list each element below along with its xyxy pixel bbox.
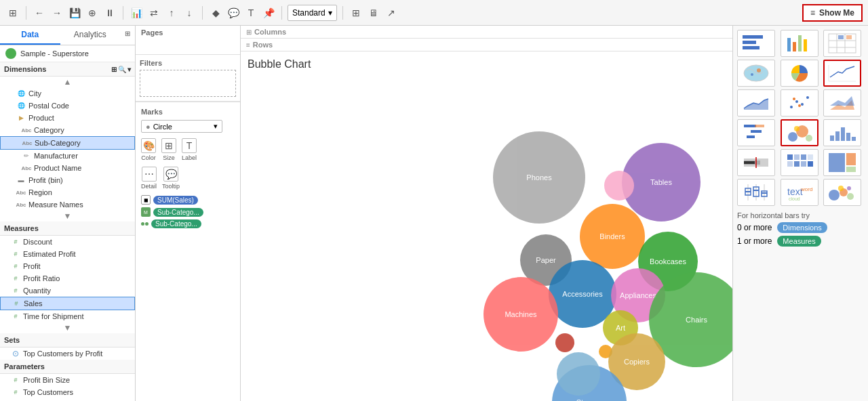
sort-desc-icon[interactable]: ↓ (182, 5, 197, 20)
measure-profit-ratio[interactable]: # Profit Ratio (0, 272, 135, 284)
sets-header[interactable]: Sets (0, 333, 135, 347)
tab-data[interactable]: Data (0, 26, 60, 45)
dim-product-name[interactable]: Abc Product Name (0, 162, 135, 174)
detail-btn[interactable]: ⋯ Detail (141, 167, 157, 190)
tooltip-btn[interactable]: 💬 Tooltip (162, 167, 180, 190)
back-icon[interactable]: ← (32, 5, 47, 20)
show-me-button[interactable]: ≡ Show Me (802, 4, 863, 22)
measures-header[interactable]: Measures (0, 221, 135, 236)
sort-asc-icon[interactable]: ↑ (164, 5, 179, 20)
dim-scroll-down[interactable]: ▼ (0, 211, 135, 221)
bubble-Binders[interactable]: Binders (580, 204, 645, 269)
dimensions-header[interactable]: Dimensions ⊞ 🔍 ▾ (0, 62, 135, 77)
dim-postal-code[interactable]: 🌐 Postal Code (0, 100, 135, 112)
svg-rect-44 (801, 154, 806, 160)
hash-icon-profit: # (11, 261, 20, 271)
set-top-customers[interactable]: ⊙ Top Customers by Profit (0, 347, 135, 360)
chart-type-line[interactable] (823, 60, 861, 87)
bubble-Phones[interactable]: Phones (493, 131, 585, 224)
dim-category[interactable]: Abc Category (0, 124, 135, 136)
pages-drop-zone[interactable] (141, 39, 235, 51)
save-icon[interactable]: 💾 (67, 5, 82, 20)
share-icon[interactable]: ↗ (384, 5, 399, 20)
chart-type-packed-bubble2[interactable] (823, 179, 861, 206)
filters-drop-zone[interactable] (140, 70, 236, 97)
chart-type-heatmap[interactable] (781, 149, 818, 176)
pin-icon[interactable]: 📌 (261, 5, 276, 20)
globe-icon-postal: 🌐 (16, 101, 26, 110)
standard-dropdown[interactable]: Standard ▾ (288, 5, 337, 21)
measure-sales[interactable]: # Sales (0, 297, 135, 310)
swap-icon[interactable]: ⇄ (146, 5, 161, 20)
chart-type-bar-v[interactable] (781, 30, 818, 57)
measure-est-profit[interactable]: # Estimated Profit (0, 248, 135, 260)
chart-type-bubble[interactable] (781, 119, 818, 146)
tooltip-icon[interactable]: 💬 (226, 5, 241, 20)
dimensions-add-icon[interactable]: ▾ (127, 66, 131, 73)
chart-icon[interactable]: 📊 (129, 5, 144, 20)
dim-region[interactable]: Abc Region (0, 186, 135, 198)
bubble-Machines[interactable]: Machines (484, 277, 558, 352)
chart-type-crosstab[interactable] (823, 30, 861, 57)
mark-field-detail[interactable]: Sub-Catego... (141, 219, 235, 228)
label-btn[interactable]: T Label (182, 138, 197, 161)
grid-icon[interactable]: ⊞ (349, 5, 363, 20)
chart-type-bar-h[interactable] (737, 30, 775, 57)
columns-shelf[interactable]: ⊞ Columns (241, 26, 732, 39)
chart-type-scatter[interactable] (781, 89, 818, 117)
svg-rect-26 (751, 130, 762, 133)
color-subcat-pill: Sub-Catego... (153, 208, 203, 217)
dim-profit-bin[interactable]: ▬ Profit (bin) (0, 174, 135, 186)
chart-type-area[interactable] (737, 89, 775, 117)
bubble-2[interactable] (604, 171, 634, 200)
measure-time-shipment[interactable]: # Time for Shipment (0, 310, 135, 322)
pause-icon[interactable]: ⏸ (102, 5, 117, 20)
dimensions-grid-icon[interactable]: ⊞ (111, 66, 117, 73)
chart-type-gantt[interactable] (737, 119, 775, 146)
chart-type-pie[interactable] (781, 60, 818, 87)
measure-discount[interactable]: # Discount (0, 236, 135, 248)
svg-rect-37 (852, 137, 856, 141)
param-top-customers[interactable]: # Top Customers (0, 386, 135, 398)
measure-quantity[interactable]: # Quantity (0, 284, 135, 297)
tab-analytics[interactable]: Analytics (60, 26, 121, 45)
columns-label: Columns (254, 28, 288, 36)
device-icon[interactable]: 🖥 (366, 5, 381, 20)
app-menu-icon[interactable]: ⊞ (5, 5, 20, 20)
dim-city[interactable]: 🌐 City (0, 87, 135, 100)
color-btn[interactable]: 🎨 Color (141, 138, 156, 161)
dimensions-search-icon[interactable]: 🔍 (118, 66, 126, 73)
add-datasource-icon[interactable]: ⊕ (85, 5, 100, 20)
chart-type-area2[interactable] (823, 89, 861, 117)
bubble-15[interactable] (557, 352, 600, 396)
dim-sub-category[interactable]: Abc Sub-Category (0, 136, 135, 150)
forward-icon[interactable]: → (50, 5, 64, 20)
dim-product[interactable]: ▶ Product (0, 112, 135, 124)
chart-type-whisker[interactable] (737, 179, 775, 206)
size-btn[interactable]: ⊞ Size (161, 138, 176, 161)
mark-field-sum-sales[interactable]: ◼ SUM(Sales) (141, 195, 235, 205)
mark-field-color[interactable]: M Sub-Catego... (141, 207, 235, 217)
chart-type-map[interactable] (737, 60, 775, 87)
mea-scroll-down[interactable]: ▼ (0, 322, 135, 333)
dim-measure-names[interactable]: Abc Measure Names (0, 198, 135, 211)
chart-type-histogram[interactable] (823, 119, 861, 146)
chart-type-bullet[interactable] (737, 149, 775, 176)
chart-type-word[interactable]: textwordcloud (781, 179, 818, 206)
panel-options-icon[interactable]: ⊞ (120, 26, 135, 41)
marks-type-dropdown[interactable]: ● Circle ▾ (141, 120, 222, 133)
dim-scroll-up[interactable]: ▲ (0, 77, 135, 87)
marks-icon[interactable]: ◆ (208, 5, 223, 20)
show-me-panel: textwordcloud For horizontal bars try 0 … (732, 26, 868, 401)
rows-shelf[interactable]: ≡ Rows (241, 39, 732, 51)
bubble-11[interactable] (555, 333, 574, 352)
param-profit-bin[interactable]: # Profit Bin Size (0, 374, 135, 386)
measure-profit[interactable]: # Profit (0, 260, 135, 272)
label-icon: T (182, 138, 197, 153)
chart-type-treemap[interactable] (823, 149, 861, 176)
text-icon[interactable]: T (243, 5, 258, 20)
detail-icon: ⋯ (142, 167, 157, 182)
params-header[interactable]: Parameters (0, 360, 135, 374)
svg-text:cloud: cloud (789, 196, 800, 201)
dim-manufacturer[interactable]: ✏ Manufacturer (0, 150, 135, 162)
